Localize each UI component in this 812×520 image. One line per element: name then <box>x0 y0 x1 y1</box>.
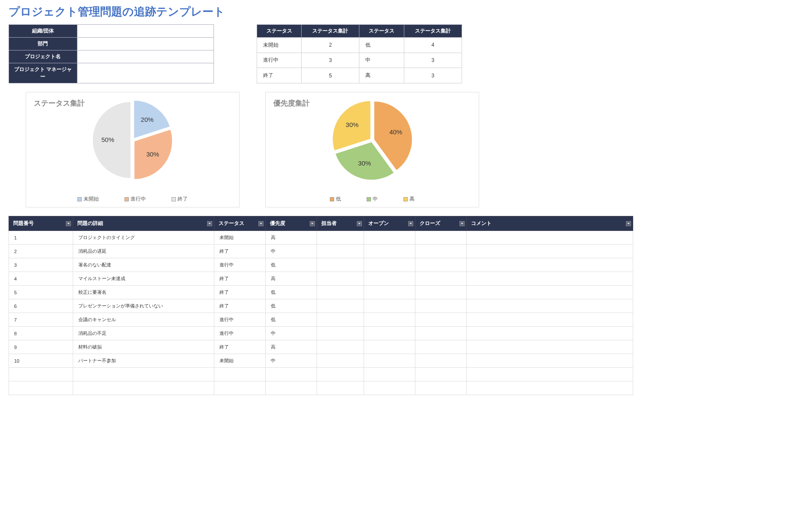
issues-cell[interactable]: パートナー不参加 <box>73 354 214 368</box>
issues-cell[interactable]: 中 <box>266 245 317 258</box>
issues-cell[interactable] <box>364 272 415 286</box>
issues-cell[interactable] <box>9 368 73 381</box>
issues-cell[interactable] <box>415 299 467 313</box>
issues-cell[interactable] <box>317 272 364 286</box>
issues-cell[interactable] <box>415 381 467 395</box>
issues-cell[interactable]: 終了 <box>214 286 266 299</box>
issues-cell[interactable] <box>9 381 73 395</box>
issues-cell[interactable]: 終了 <box>214 299 266 313</box>
issues-cell[interactable]: 進行中 <box>214 258 266 272</box>
issues-cell[interactable] <box>317 340 364 354</box>
issues-cell[interactable] <box>415 258 467 272</box>
issues-cell[interactable]: プロジェクトのタイミング <box>73 231 214 245</box>
issues-cell[interactable] <box>317 368 364 381</box>
filter-icon[interactable] <box>66 221 71 226</box>
issues-cell[interactable] <box>364 354 415 368</box>
issues-cell[interactable] <box>415 354 467 368</box>
issues-cell[interactable] <box>364 381 415 395</box>
issues-cell[interactable] <box>364 313 415 327</box>
issues-cell[interactable]: 進行中 <box>214 313 266 327</box>
issues-cell[interactable]: 6 <box>9 299 73 313</box>
issues-cell[interactable]: 会議のキャンセル <box>73 313 214 327</box>
issues-cell[interactable] <box>415 340 467 354</box>
issues-cell[interactable] <box>415 286 467 299</box>
issues-cell[interactable] <box>467 313 633 327</box>
project-info-value[interactable] <box>77 25 213 38</box>
issues-header[interactable]: オープン <box>364 216 415 231</box>
issues-cell[interactable]: 消耗品の不足 <box>73 327 214 340</box>
issues-cell[interactable] <box>415 245 467 258</box>
issues-cell[interactable] <box>73 381 214 395</box>
issues-cell[interactable] <box>467 381 633 395</box>
issues-cell[interactable] <box>364 258 415 272</box>
issues-cell[interactable] <box>317 245 364 258</box>
issues-cell[interactable] <box>317 327 364 340</box>
issues-header[interactable]: コメント <box>467 216 633 231</box>
issues-cell[interactable] <box>266 368 317 381</box>
issues-cell[interactable]: 低 <box>266 299 317 313</box>
issues-cell[interactable] <box>214 381 266 395</box>
issues-cell[interactable]: 進行中 <box>214 327 266 340</box>
issues-cell[interactable] <box>317 354 364 368</box>
issues-cell[interactable]: 2 <box>9 245 73 258</box>
issues-cell[interactable] <box>467 286 633 299</box>
issues-cell[interactable]: 低 <box>266 286 317 299</box>
issues-cell[interactable]: 中 <box>266 354 317 368</box>
filter-icon[interactable] <box>207 221 212 226</box>
issues-cell[interactable]: 消耗品の遅延 <box>73 245 214 258</box>
issues-cell[interactable] <box>415 272 467 286</box>
project-info-value[interactable] <box>77 38 213 50</box>
project-info-value[interactable] <box>77 50 213 63</box>
issues-cell[interactable]: プレゼンテーションが準備されていない <box>73 299 214 313</box>
issues-cell[interactable] <box>364 299 415 313</box>
issues-cell[interactable] <box>467 354 633 368</box>
issues-cell[interactable] <box>364 340 415 354</box>
issues-cell[interactable] <box>317 381 364 395</box>
filter-icon[interactable] <box>408 221 413 226</box>
issues-cell[interactable]: 高 <box>266 272 317 286</box>
issues-cell[interactable] <box>415 368 467 381</box>
issues-cell[interactable] <box>364 286 415 299</box>
filter-icon[interactable] <box>357 221 362 226</box>
issues-cell[interactable] <box>364 368 415 381</box>
issues-cell[interactable]: 5 <box>9 286 73 299</box>
issues-cell[interactable] <box>364 327 415 340</box>
filter-icon[interactable] <box>310 221 315 226</box>
issues-cell[interactable] <box>467 340 633 354</box>
issues-cell[interactable]: 9 <box>9 340 73 354</box>
issues-cell[interactable]: 未開始 <box>214 354 266 368</box>
issues-cell[interactable]: 1 <box>9 231 73 245</box>
issues-cell[interactable]: 校正に要署名 <box>73 286 214 299</box>
issues-cell[interactable] <box>467 231 633 245</box>
issues-cell[interactable] <box>364 231 415 245</box>
issues-cell[interactable] <box>467 368 633 381</box>
issues-cell[interactable]: 低 <box>266 313 317 327</box>
issues-cell[interactable] <box>214 368 266 381</box>
issues-cell[interactable] <box>317 299 364 313</box>
issues-cell[interactable]: 終了 <box>214 245 266 258</box>
issues-cell[interactable]: 未開始 <box>214 231 266 245</box>
issues-cell[interactable] <box>317 313 364 327</box>
issues-header[interactable]: 問題の詳細 <box>73 216 214 231</box>
issues-cell[interactable] <box>467 258 633 272</box>
issues-header[interactable]: ステータス <box>214 216 266 231</box>
issues-cell[interactable]: 署名のない配達 <box>73 258 214 272</box>
filter-icon[interactable] <box>258 221 264 226</box>
issues-cell[interactable]: 8 <box>9 327 73 340</box>
issues-cell[interactable] <box>73 368 214 381</box>
issues-cell[interactable] <box>317 231 364 245</box>
issues-cell[interactable]: 10 <box>9 354 73 368</box>
issues-cell[interactable]: マイルストーン未達成 <box>73 272 214 286</box>
issues-cell[interactable] <box>364 245 415 258</box>
issues-cell[interactable]: 3 <box>9 258 73 272</box>
issues-cell[interactable]: 材料の破損 <box>73 340 214 354</box>
issues-cell[interactable]: 高 <box>266 231 317 245</box>
issues-cell[interactable] <box>415 327 467 340</box>
issues-cell[interactable] <box>317 286 364 299</box>
issues-header[interactable]: 優先度 <box>266 216 317 231</box>
issues-cell[interactable]: 終了 <box>214 272 266 286</box>
issues-cell[interactable]: 7 <box>9 313 73 327</box>
issues-cell[interactable]: 4 <box>9 272 73 286</box>
project-info-value[interactable] <box>77 63 213 83</box>
issues-cell[interactable]: 終了 <box>214 340 266 354</box>
